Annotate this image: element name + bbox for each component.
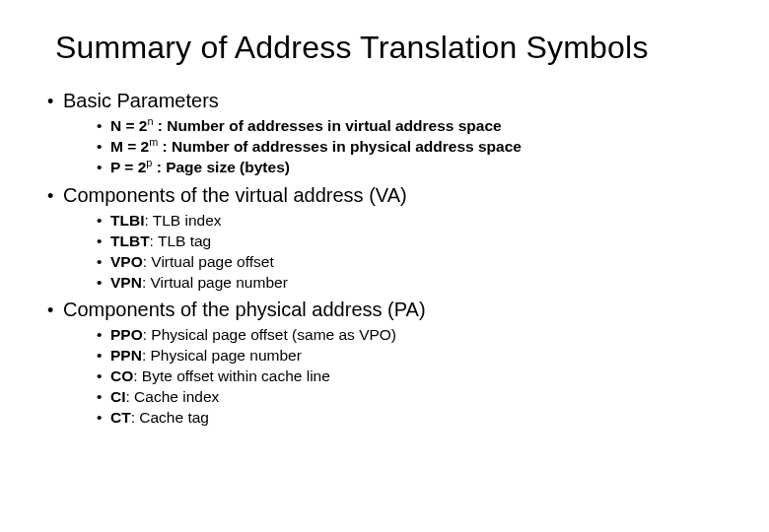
section-heading: Basic Parameters bbox=[55, 90, 730, 112]
list-item: N = 2n : Number of addresses in virtual … bbox=[97, 116, 730, 137]
item-head: VPN bbox=[110, 274, 142, 291]
item-rest: : Byte offset within cache line bbox=[133, 367, 330, 384]
item-head: CO bbox=[110, 367, 133, 384]
page-title: Summary of Address Translation Symbols bbox=[55, 30, 730, 66]
section-heading: Components of the physical address (PA) bbox=[55, 299, 730, 321]
item-rest: : TLB tag bbox=[150, 233, 212, 249]
item-head: VPO bbox=[110, 253, 143, 270]
item-head: TLBI bbox=[110, 212, 144, 229]
list-item: PPO: Physical page offset (same as VPO) bbox=[97, 325, 730, 346]
item-head: PPO bbox=[110, 326, 143, 343]
outline-root: Basic ParametersN = 2n : Number of addre… bbox=[55, 90, 730, 429]
list-item: TLBT: TLB tag bbox=[97, 232, 730, 252]
item-head: N = 2 bbox=[110, 117, 147, 134]
item-rest: : Physical page offset (same as VPO) bbox=[143, 326, 396, 343]
list-item: TLBI: TLB index bbox=[97, 211, 730, 232]
slide: Summary of Address Translation Symbols B… bbox=[0, 0, 769, 448]
section-heading: Components of the virtual address (VA) bbox=[55, 184, 730, 207]
list-item: M = 2m : Number of addresses in physical… bbox=[97, 137, 730, 158]
item-rest: : Cache tag bbox=[131, 409, 209, 426]
item-head: CI bbox=[110, 388, 126, 405]
item-rest: : Number of addresses in virtual address… bbox=[154, 117, 502, 134]
item-superscript: m bbox=[149, 136, 158, 148]
item-head: CT bbox=[110, 409, 131, 426]
item-rest: : Physical page number bbox=[142, 347, 302, 364]
list-item: CI: Cache index bbox=[97, 387, 730, 408]
item-rest: : Page size (bytes) bbox=[152, 159, 290, 175]
item-head: PPN bbox=[110, 347, 142, 364]
item-rest: : Number of addresses in physical addres… bbox=[158, 138, 522, 155]
list-item: P = 2p : Page size (bytes) bbox=[97, 158, 730, 178]
list-item: VPO: Virtual page offset bbox=[97, 252, 730, 273]
item-rest: : Virtual page offset bbox=[143, 253, 274, 270]
item-rest: : Virtual page number bbox=[142, 274, 288, 291]
list-item: CO: Byte offset within cache line bbox=[97, 366, 730, 387]
section-items: PPO: Physical page offset (same as VPO)P… bbox=[55, 325, 730, 429]
section-items: TLBI: TLB indexTLBT: TLB tagVPO: Virtual… bbox=[55, 211, 730, 294]
list-item: VPN: Virtual page number bbox=[97, 273, 730, 294]
item-head: P = 2 bbox=[110, 159, 146, 175]
item-rest: : Cache index bbox=[126, 388, 220, 405]
item-head: TLBT bbox=[110, 233, 150, 249]
item-rest: : TLB index bbox=[144, 212, 221, 229]
section-items: N = 2n : Number of addresses in virtual … bbox=[55, 116, 730, 178]
item-head: M = 2 bbox=[110, 138, 149, 155]
list-item: PPN: Physical page number bbox=[97, 346, 730, 366]
list-item: CT: Cache tag bbox=[97, 408, 730, 429]
